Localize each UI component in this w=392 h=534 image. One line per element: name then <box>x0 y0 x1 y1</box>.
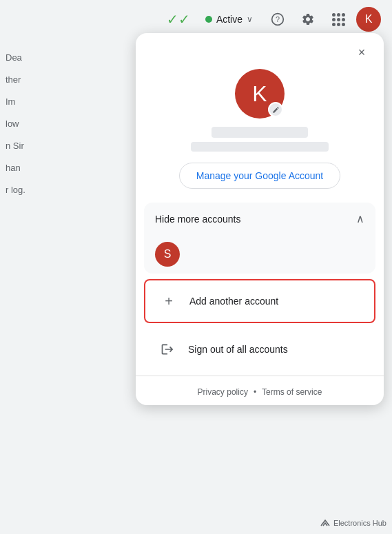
help-button[interactable]: ? <box>265 7 290 32</box>
edit-avatar-button[interactable] <box>268 102 283 117</box>
accounts-header-label: Hide more accounts <box>155 214 241 225</box>
account-avatar-button[interactable]: K <box>356 7 381 32</box>
sign-out-button[interactable]: Sign out of all accounts <box>144 329 375 370</box>
name-placeholder <box>212 127 308 138</box>
double-check-icon: ✓✓ <box>167 11 190 28</box>
manage-account-button[interactable]: Manage your Google Account <box>179 163 340 189</box>
chevron-up-icon: ∧ <box>356 212 364 225</box>
footer-divider <box>136 376 384 376</box>
settings-button[interactable] <box>296 7 320 32</box>
sign-out-icon <box>155 337 180 362</box>
panel-footer: Privacy policy • Terms of service <box>136 379 384 405</box>
privacy-policy-link[interactable]: Privacy policy <box>198 387 248 397</box>
bg-line-5: n Sir <box>6 135 77 157</box>
panel-header: × <box>136 33 384 63</box>
chevron-down-icon: ∨ <box>247 14 253 24</box>
bg-line-1: Dea <box>6 47 77 69</box>
active-label: Active <box>216 14 243 25</box>
sign-out-label: Sign out of all accounts <box>188 344 288 355</box>
background-content: Dea ther Im low n Sir han r log. <box>0 39 83 534</box>
profile-section: K Manage your Google Account <box>136 63 384 203</box>
add-icon: + <box>156 289 181 314</box>
bg-line-7: r log. <box>6 179 77 201</box>
active-status-button[interactable]: Active ∨ <box>198 11 260 28</box>
close-button[interactable]: × <box>351 41 373 63</box>
bg-line-2: ther <box>6 69 77 91</box>
secondary-account-item[interactable]: S <box>144 235 375 274</box>
accounts-section: Hide more accounts ∧ S <box>144 203 375 274</box>
secondary-account-avatar: S <box>155 242 180 267</box>
add-account-label: Add another account <box>189 296 278 307</box>
footer-separator: • <box>254 387 256 397</box>
bg-line-3: Im <box>6 91 77 113</box>
watermark: Electronics Hub <box>320 517 386 528</box>
bg-line-4: low <box>6 113 77 135</box>
watermark-text: Electronics Hub <box>333 519 386 527</box>
email-placeholder <box>191 142 329 152</box>
accounts-header-toggle[interactable]: Hide more accounts ∧ <box>144 203 375 235</box>
apps-button[interactable] <box>326 7 351 32</box>
profile-avatar[interactable]: K <box>235 69 285 119</box>
bg-line-6: han <box>6 157 77 179</box>
terms-of-service-link[interactable]: Terms of service <box>262 387 322 397</box>
account-panel: × K Manage your Google Account Hide more… <box>136 33 384 405</box>
add-account-button[interactable]: + Add another account <box>144 279 375 323</box>
waffle-icon <box>328 9 349 30</box>
active-dot-icon <box>205 16 212 23</box>
svg-text:?: ? <box>276 15 280 23</box>
